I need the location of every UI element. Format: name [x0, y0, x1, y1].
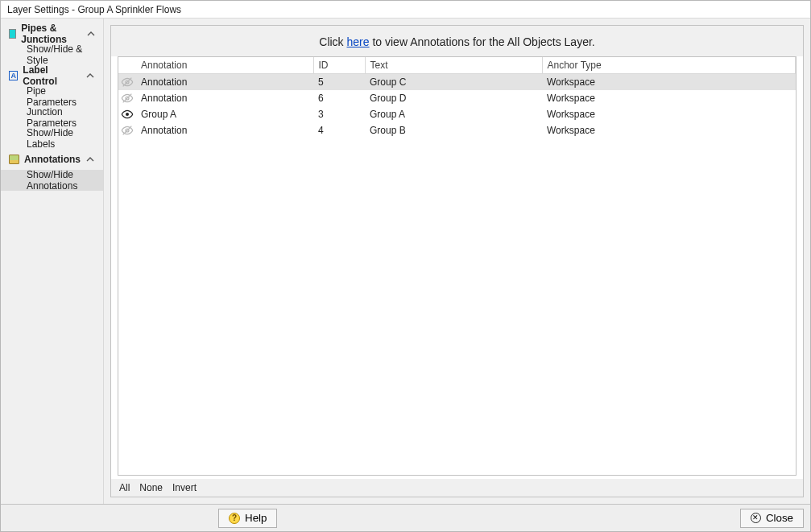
eye-hidden-icon[interactable]: [121, 124, 134, 137]
chevron-up-icon: [86, 71, 95, 80]
section-annotations[interactable]: Annotations: [1, 149, 103, 170]
visibility-toggle[interactable]: [118, 74, 136, 90]
visibility-toggle[interactable]: [118, 122, 136, 138]
cell-id: 4: [313, 122, 365, 138]
sidebar-item-show-hide-style[interactable]: Show/Hide & Style: [1, 44, 103, 65]
close-icon: ✕: [751, 513, 761, 523]
sidebar-item-label: Show/Hide Annotations: [27, 169, 95, 192]
hint-prefix: Click: [319, 35, 346, 48]
hint-link[interactable]: here: [347, 35, 370, 48]
sidebar-item-label: Show/Hide Labels: [27, 127, 95, 150]
cell-id: 5: [313, 74, 365, 90]
select-invert[interactable]: Invert: [172, 482, 197, 493]
cell-text: Group A: [365, 106, 542, 122]
chevron-up-icon: [87, 29, 95, 39]
titlebar: Layer Settings - Group A Sprinkler Flows: [1, 1, 810, 19]
layer-settings-window: Layer Settings - Group A Sprinkler Flows…: [0, 0, 811, 532]
sidebar-item-junction-parameters[interactable]: Junction Parameters: [1, 107, 103, 128]
chevron-up-icon: [85, 155, 95, 164]
header-visibility[interactable]: [118, 57, 136, 74]
eye-hidden-icon[interactable]: [121, 92, 134, 105]
section-label-control[interactable]: A Label Control: [1, 65, 103, 86]
window-title: Layer Settings - Group A Sprinkler Flows: [7, 4, 181, 15]
select-none[interactable]: None: [139, 482, 163, 493]
header-id[interactable]: ID: [313, 57, 365, 74]
header-anchor-type[interactable]: Anchor Type: [542, 57, 796, 74]
section-pipes-junctions[interactable]: Pipes & Junctions: [1, 23, 103, 44]
eye-visible-icon[interactable]: [121, 108, 134, 121]
close-button-label: Close: [766, 512, 793, 524]
help-button[interactable]: ? Help: [218, 509, 277, 528]
sidebar: Pipes & Junctions Show/Hide & Style A La…: [1, 19, 104, 504]
close-button[interactable]: ✕ Close: [740, 509, 804, 528]
table-row[interactable]: Annotation6Group DWorkspace: [118, 90, 796, 106]
annotations-icon: [9, 155, 19, 164]
footer: ? Help ✕ Close: [1, 504, 810, 531]
selection-bar: All None Invert: [111, 479, 803, 497]
cell-text: Group C: [365, 74, 542, 90]
visibility-toggle[interactable]: [118, 106, 136, 122]
content-border: Click here to view Annotations for the A…: [110, 25, 804, 497]
section-label: Pipes & Junctions: [21, 23, 82, 45]
body-area: Pipes & Junctions Show/Hide & Style A La…: [1, 19, 810, 504]
annotations-table-wrap: Annotation ID Text Anchor Type Annotatio…: [118, 56, 797, 476]
annotations-table: Annotation ID Text Anchor Type Annotatio…: [118, 57, 796, 138]
table-row[interactable]: Group A3Group AWorkspace: [118, 106, 796, 122]
cell-annotation: Group A: [136, 106, 313, 122]
cell-text: Group D: [365, 90, 542, 106]
table-row[interactable]: Annotation4Group BWorkspace: [118, 122, 796, 138]
cell-annotation: Annotation: [136, 90, 313, 106]
sidebar-item-label: Pipe Parameters: [27, 85, 95, 108]
cell-text: Group B: [365, 122, 542, 138]
header-text[interactable]: Text: [365, 57, 542, 74]
help-icon: ?: [229, 513, 240, 524]
svg-point-4: [126, 113, 129, 116]
table-row[interactable]: Annotation5Group CWorkspace: [118, 74, 796, 90]
eye-hidden-icon[interactable]: [121, 76, 134, 89]
sidebar-item-show-hide-annotations[interactable]: Show/Hide Annotations: [1, 170, 103, 191]
sidebar-item-pipe-parameters[interactable]: Pipe Parameters: [1, 86, 103, 107]
help-button-label: Help: [245, 512, 267, 524]
select-all[interactable]: All: [119, 482, 130, 493]
table-header-row: Annotation ID Text Anchor Type: [118, 57, 796, 74]
cell-annotation: Annotation: [136, 122, 313, 138]
hint-line: Click here to view Annotations for the A…: [111, 26, 803, 56]
visibility-toggle[interactable]: [118, 90, 136, 106]
cell-anchor-type: Workspace: [542, 106, 796, 122]
section-label: Annotations: [24, 154, 81, 165]
cell-annotation: Annotation: [136, 74, 313, 90]
section-label: Label Control: [23, 64, 81, 87]
hint-suffix: to view Annotations for the All Objects …: [370, 35, 595, 48]
sidebar-item-show-hide-labels[interactable]: Show/Hide Labels: [1, 128, 103, 149]
cell-id: 6: [313, 90, 365, 106]
main-panel: Click here to view Annotations for the A…: [104, 19, 810, 504]
cell-id: 3: [313, 106, 365, 122]
label-control-icon: A: [9, 71, 18, 80]
pipes-icon: [9, 29, 16, 39]
cell-anchor-type: Workspace: [542, 74, 796, 90]
cell-anchor-type: Workspace: [542, 90, 796, 106]
cell-anchor-type: Workspace: [542, 122, 796, 138]
header-annotation[interactable]: Annotation: [136, 57, 313, 74]
sidebar-item-label: Junction Parameters: [27, 106, 95, 129]
sidebar-item-label: Show/Hide & Style: [27, 43, 95, 66]
